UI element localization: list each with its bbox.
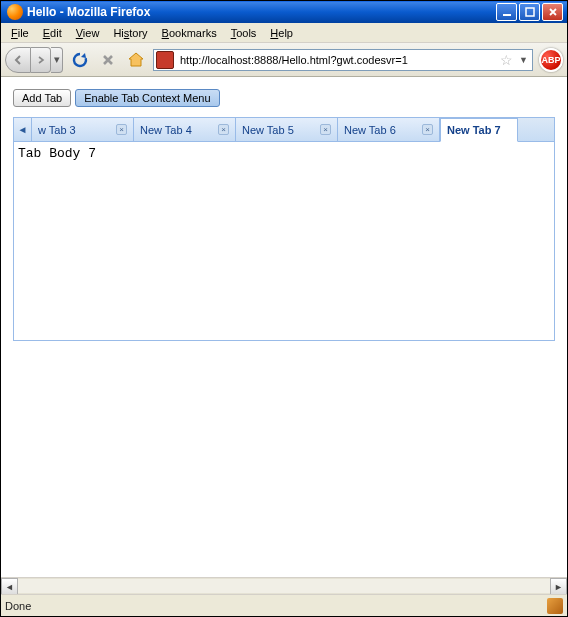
tab-label: w Tab 3 [38,124,110,136]
scroll-track[interactable] [18,578,550,594]
menu-history[interactable]: History [107,25,153,41]
menu-bookmarks[interactable]: Bookmarks [156,25,223,41]
url-bar[interactable]: ☆ ▼ [153,49,533,71]
tab-scroll-left-icon[interactable]: ◄ [14,118,32,141]
page-content: Add Tab Enable Tab Context Menu ◄ w Tab … [1,77,567,577]
minimize-button[interactable] [496,3,517,21]
menu-help[interactable]: Help [264,25,299,41]
tab-label: New Tab 4 [140,124,212,136]
adblock-icon[interactable]: ABP [539,48,563,72]
horizontal-scrollbar[interactable]: ◄ ► [1,577,567,594]
tab-label: New Tab 5 [242,124,314,136]
tab-label: New Tab 6 [344,124,416,136]
svg-rect-1 [526,8,534,16]
menu-tools[interactable]: Tools [225,25,263,41]
back-button[interactable] [5,47,31,73]
tab-item-active[interactable]: New Tab 7 [440,118,518,142]
window-title: Hello - Mozilla Firefox [27,5,496,19]
tab-panel: ◄ w Tab 3 × New Tab 4 × New Tab 5 × New … [13,117,555,341]
statusbar: Done [1,594,567,616]
enable-context-menu-button[interactable]: Enable Tab Context Menu [75,89,219,107]
close-button[interactable] [542,3,563,21]
tab-body: Tab Body 7 [14,142,554,340]
reload-icon[interactable] [69,49,91,71]
status-tool-icon[interactable] [547,598,563,614]
maximize-button[interactable] [519,3,540,21]
tab-item[interactable]: New Tab 5 × [236,118,338,141]
forward-button[interactable] [31,47,51,73]
nav-arrows: ▾ [5,47,63,73]
close-icon[interactable]: × [116,124,127,135]
nav-history-dropdown[interactable]: ▾ [51,47,63,73]
menubar: File Edit View History Bookmarks Tools H… [1,23,567,43]
close-icon[interactable]: × [422,124,433,135]
scroll-left-icon[interactable]: ◄ [1,578,18,595]
scroll-right-icon[interactable]: ► [550,578,567,595]
svg-rect-0 [503,14,511,16]
add-tab-button[interactable]: Add Tab [13,89,71,107]
url-dropdown-icon[interactable]: ▼ [517,55,530,65]
close-icon[interactable]: × [320,124,331,135]
menu-file[interactable]: File [5,25,35,41]
tab-item[interactable]: w Tab 3 × [32,118,134,141]
bookmark-star-icon[interactable]: ☆ [500,52,513,68]
stop-icon[interactable] [97,49,119,71]
window-controls [496,3,563,21]
navigation-toolbar: ▾ ☆ ▼ ABP [1,43,567,77]
menu-edit[interactable]: Edit [37,25,68,41]
button-row: Add Tab Enable Tab Context Menu [13,89,555,107]
firefox-icon [7,4,23,20]
status-text: Done [5,600,31,612]
titlebar: Hello - Mozilla Firefox [1,1,567,23]
site-icon [156,51,174,69]
tab-strip: ◄ w Tab 3 × New Tab 4 × New Tab 5 × New … [14,118,554,142]
url-input[interactable] [178,53,496,67]
tab-item[interactable]: New Tab 6 × [338,118,440,141]
close-icon[interactable]: × [218,124,229,135]
tab-label: New Tab 7 [447,124,511,136]
menu-view[interactable]: View [70,25,106,41]
home-icon[interactable] [125,49,147,71]
tab-item[interactable]: New Tab 4 × [134,118,236,141]
